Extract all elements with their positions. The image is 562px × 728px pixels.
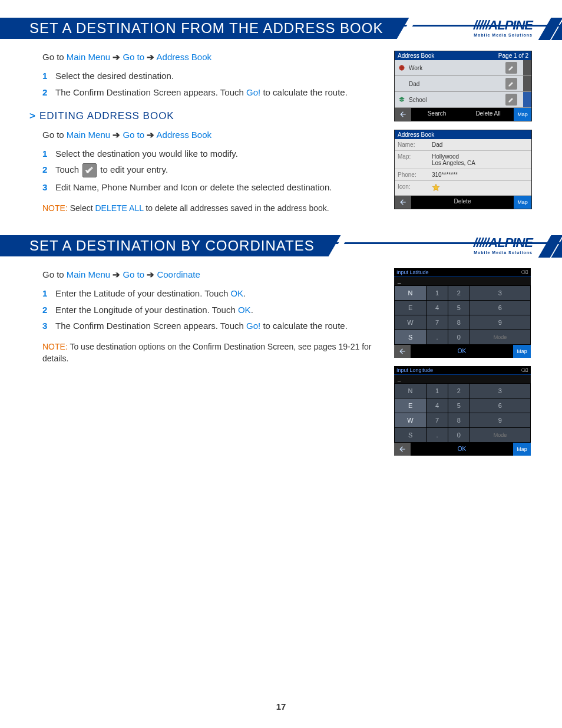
keypad-display: _: [394, 375, 531, 383]
keypad-key[interactable]: 8: [448, 315, 470, 330]
detail-row-phone[interactable]: Phone: 310*******: [395, 169, 531, 181]
school-icon: [398, 96, 405, 103]
keypad-key[interactable]: 9: [470, 315, 530, 330]
detail-row-icon[interactable]: Icon:: [395, 181, 531, 196]
step-item: 1 Select the destination you would like …: [42, 147, 382, 160]
section-title-text: SET A DESTINATION FROM THE ADDRESS BOOK: [29, 20, 383, 36]
nav-prefix: Go to: [42, 269, 67, 279]
scrollbar[interactable]: [523, 92, 531, 107]
scrollbar[interactable]: [523, 60, 531, 75]
keypad-key[interactable]: E: [395, 301, 427, 315]
keypad-key[interactable]: N: [395, 286, 427, 301]
keypad-key[interactable]: 9: [470, 413, 530, 428]
keypad-key[interactable]: Mode: [470, 330, 530, 345]
star-icon: [432, 183, 440, 192]
keypad-key[interactable]: 3: [470, 286, 530, 301]
ok-button[interactable]: OK: [411, 345, 513, 358]
nav-goto: Go to: [123, 52, 144, 62]
back-button[interactable]: [394, 443, 411, 456]
screenshot-address-book-detail: Address Book Name: Dad Map: Hollywood Lo…: [394, 130, 532, 209]
nav-path-editing: Go to Main Menu ➔ Go to ➔ Address Book: [42, 129, 382, 141]
keypad-key[interactable]: 4: [427, 398, 448, 413]
keypad-key[interactable]: S: [395, 330, 427, 345]
keypad-key[interactable]: 0: [448, 428, 470, 443]
edit-button[interactable]: [505, 62, 517, 74]
nav-arrow-icon: ➔: [147, 52, 154, 62]
note-text: To use destination options on the Confir…: [42, 342, 372, 363]
note-label: NOTE:: [42, 342, 68, 351]
section-header-address-book: SET A DESTINATION FROM THE ADDRESS BOOK …: [29, 18, 533, 40]
keypad-key[interactable]: 2: [448, 286, 470, 301]
keypad-key[interactable]: 3: [470, 384, 530, 398]
keypad-key[interactable]: 7: [427, 315, 448, 330]
map-button[interactable]: Map: [513, 443, 531, 456]
list-item[interactable]: Work: [395, 60, 531, 76]
keypad-key[interactable]: .: [427, 428, 448, 443]
keypad-key[interactable]: 5: [448, 398, 470, 413]
delete-button[interactable]: Delete: [411, 196, 514, 209]
section-header-coordinates: SET A DESTINATION BY COORDINATES /////AL…: [29, 235, 533, 258]
keypad-key[interactable]: 6: [470, 301, 530, 315]
map-button[interactable]: Map: [514, 196, 531, 209]
list-item[interactable]: Dad: [395, 76, 531, 92]
nav-arrow-icon: ➔: [113, 130, 120, 140]
list-item[interactable]: School: [395, 92, 531, 108]
nav-arrow-icon: ➔: [113, 269, 120, 279]
note-text: Select: [68, 203, 95, 213]
note-label: NOTE:: [42, 203, 68, 213]
back-button[interactable]: [395, 196, 411, 209]
keypad-key[interactable]: N: [395, 384, 427, 398]
subheading-text: EDITING ADDRESS BOOK: [39, 110, 174, 121]
keypad-key[interactable]: 6: [470, 398, 530, 413]
list-item-label: School: [409, 97, 502, 103]
keypad-title: Input Longitude: [396, 367, 433, 373]
edit-button[interactable]: [505, 94, 517, 106]
keypad-key[interactable]: W: [395, 413, 427, 428]
bksp-icon[interactable]: ⌫: [521, 367, 528, 373]
keypad-key[interactable]: 0: [448, 330, 470, 345]
keypad-key[interactable]: E: [395, 398, 427, 413]
back-button[interactable]: [394, 345, 411, 358]
nav-address-book: Address Book: [157, 130, 211, 140]
step-text: Select the destination you would like to…: [55, 149, 238, 159]
detail-row-map[interactable]: Map: Hollywood Los Angeles, CA: [395, 151, 531, 169]
step-text: Touch: [55, 164, 81, 174]
section-title: SET A DESTINATION FROM THE ADDRESS BOOK: [0, 18, 395, 39]
scrollbar[interactable]: [523, 76, 531, 91]
edit-button[interactable]: [505, 78, 517, 90]
header-stripes-icon: [527, 235, 562, 258]
keypad-key[interactable]: 2: [448, 384, 470, 398]
map-button[interactable]: Map: [514, 108, 531, 121]
nav-arrow-icon: ➔: [147, 130, 154, 140]
search-button[interactable]: Search: [411, 108, 462, 121]
keypad-key[interactable]: 1: [427, 286, 448, 301]
ok-button[interactable]: OK: [411, 443, 513, 456]
step-text: .: [251, 305, 253, 315]
keypad-key[interactable]: 8: [448, 413, 470, 428]
keypad-key[interactable]: 7: [427, 413, 448, 428]
step-text: .: [243, 288, 246, 298]
step-item: 1 Select the desired destination.: [42, 70, 382, 83]
alpine-logo: /////ALPINE Mobile Media Solutions: [474, 235, 533, 255]
nav-main-menu: Main Menu: [67, 52, 110, 62]
logo-brand: /////ALPINE: [474, 18, 533, 32]
page-number: 17: [0, 701, 562, 711]
keypad-key[interactable]: S: [395, 428, 427, 443]
detail-row-name[interactable]: Name: Dad: [395, 139, 531, 151]
delete-all-button[interactable]: Delete All: [462, 108, 514, 121]
map-button[interactable]: Map: [513, 345, 531, 358]
keypad-key[interactable]: 4: [427, 301, 448, 315]
keypad-key[interactable]: .: [427, 330, 448, 345]
field-value: Dad: [429, 139, 531, 150]
keypad-key[interactable]: 1: [427, 384, 448, 398]
back-button[interactable]: [395, 108, 411, 121]
keypad-key[interactable]: W: [395, 315, 427, 330]
step-text: Edit Name, Phone Number and Icon or dele…: [55, 182, 332, 192]
bksp-icon[interactable]: ⌫: [521, 269, 528, 275]
keypad-key[interactable]: Mode: [470, 428, 530, 443]
svg-marker-1: [432, 184, 439, 191]
nav-main-menu: Main Menu: [67, 130, 110, 140]
header-stripes-icon: [527, 18, 562, 40]
section-title: SET A DESTINATION BY COORDINATES: [0, 235, 326, 256]
keypad-key[interactable]: 5: [448, 301, 470, 315]
